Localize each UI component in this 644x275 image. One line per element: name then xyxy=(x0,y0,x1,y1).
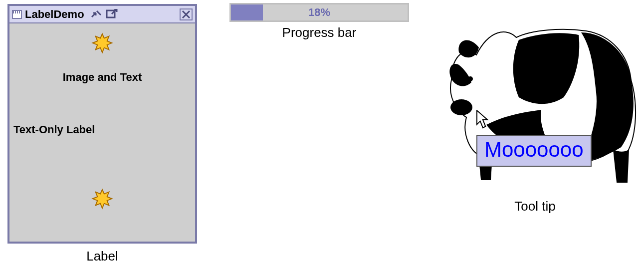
progress-caption: Progress bar xyxy=(229,25,409,40)
label-demo-body: Image and Text Text-Only Label xyxy=(9,23,195,242)
image-and-text-label: Image and Text xyxy=(63,71,142,84)
minimize-icon[interactable] xyxy=(89,8,102,20)
tooltip: Mooooooo xyxy=(476,135,592,167)
star-icon xyxy=(91,188,114,213)
progress-text: 18% xyxy=(231,4,408,20)
svg-point-2 xyxy=(450,99,472,115)
window-titlebar[interactable]: LabelDemo xyxy=(9,6,195,23)
label-demo-window: LabelDemo Image and Text Text-Only Label xyxy=(7,4,197,244)
progress-bar: 18% xyxy=(229,3,409,22)
tooltip-caption: Tool tip xyxy=(431,199,639,214)
label-caption: Label xyxy=(7,249,197,264)
close-icon[interactable] xyxy=(180,8,193,20)
star-icon xyxy=(91,32,114,57)
progress-bar-section: 18% Progress bar xyxy=(229,3,409,40)
svg-point-1 xyxy=(468,76,473,81)
window-title: LabelDemo xyxy=(25,8,84,21)
cow-image: Mooooooo xyxy=(431,0,639,200)
window-system-icon xyxy=(12,10,22,19)
maximize-icon[interactable] xyxy=(105,8,118,20)
cursor-icon xyxy=(475,110,490,130)
text-only-label: Text-Only Label xyxy=(13,123,95,136)
